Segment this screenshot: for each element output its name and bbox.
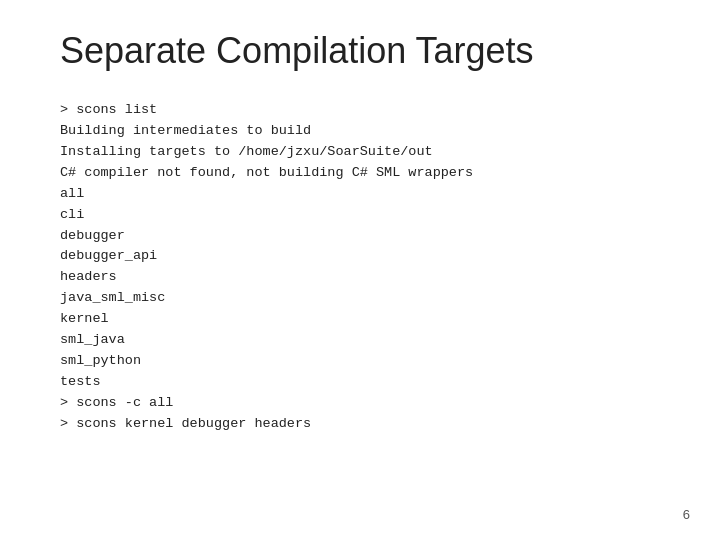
- code-line: > scons -c all: [60, 393, 670, 414]
- slide: Separate Compilation Targets > scons lis…: [0, 0, 720, 540]
- code-line: debugger: [60, 226, 670, 247]
- code-line: > scons list: [60, 100, 670, 121]
- code-line: C# compiler not found, not building C# S…: [60, 163, 670, 184]
- code-line: Building intermediates to build: [60, 121, 670, 142]
- code-line: > scons kernel debugger headers: [60, 414, 670, 435]
- page-number: 6: [683, 507, 690, 522]
- code-line: java_sml_misc: [60, 288, 670, 309]
- code-line: kernel: [60, 309, 670, 330]
- code-line: all: [60, 184, 670, 205]
- code-line: cli: [60, 205, 670, 226]
- code-line: tests: [60, 372, 670, 393]
- code-line: debugger_api: [60, 246, 670, 267]
- code-line: headers: [60, 267, 670, 288]
- code-line: sml_python: [60, 351, 670, 372]
- code-block: > scons listBuilding intermediates to bu…: [60, 100, 670, 435]
- code-line: sml_java: [60, 330, 670, 351]
- slide-title: Separate Compilation Targets: [60, 30, 670, 72]
- code-line: Installing targets to /home/jzxu/SoarSui…: [60, 142, 670, 163]
